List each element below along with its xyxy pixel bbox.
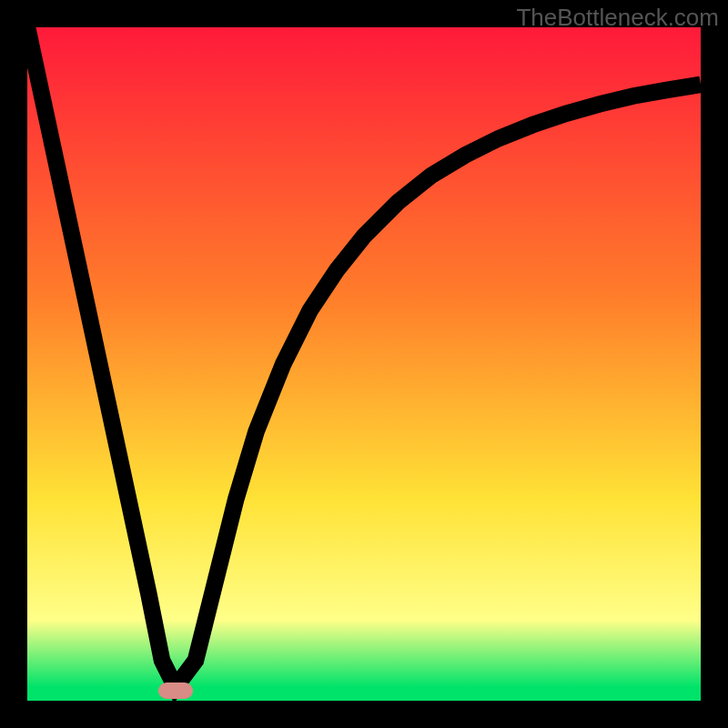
bottleneck-curve — [27, 27, 701, 687]
plot-area — [27, 27, 701, 701]
watermark-text: TheBottleneck.com — [516, 4, 719, 32]
curve-layer — [27, 27, 701, 701]
optimum-marker — [158, 682, 193, 699]
chart-frame: TheBottleneck.com — [0, 0, 728, 728]
